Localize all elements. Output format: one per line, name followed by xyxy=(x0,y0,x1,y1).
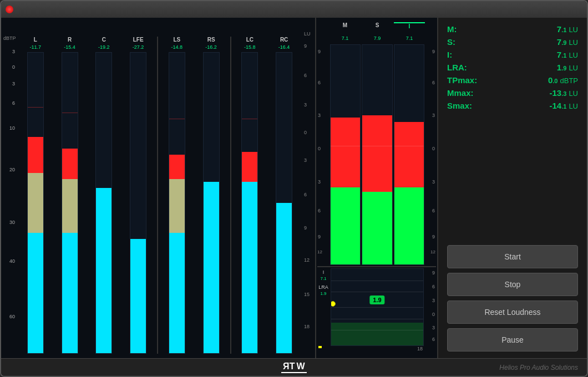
channel-C-label: C xyxy=(102,37,106,44)
lra-header: LRA xyxy=(318,284,328,290)
lu-9: 9 xyxy=(304,43,307,49)
i-lra-labels: I 7.1 LRA 1.9 xyxy=(317,268,330,346)
ms-meters-area: 9 6 3 0 3 6 9 12 xyxy=(317,44,436,265)
main-container: dBTP 3 0 3 6 10 20 30 40 60 xyxy=(0,0,588,377)
ms-M-header: M xyxy=(330,22,361,35)
stat-Mmax-unit: LU xyxy=(569,89,578,98)
ms-I-value: 7.1 xyxy=(394,35,425,44)
stat-TPmax-label: TPmax: xyxy=(447,75,480,85)
channel-LFE-meter xyxy=(130,52,146,354)
yellow-accent xyxy=(318,346,322,348)
ms-spacer xyxy=(317,22,330,35)
channel-R-label: R xyxy=(68,37,72,44)
rtw-logo: RTW xyxy=(281,361,306,373)
channel-L: L -11.7 xyxy=(19,37,52,354)
top-bar xyxy=(1,1,587,18)
stat-LRA-value: 1.9 xyxy=(539,63,566,72)
stat-TPmax-value: 0.0 xyxy=(530,75,557,85)
lu-6: 6 xyxy=(304,73,307,78)
stat-I-value: 7.1 xyxy=(539,50,566,59)
content-area: dBTP 3 0 3 6 10 20 30 40 60 xyxy=(1,18,587,358)
channel-RS-value: -16.2 xyxy=(205,44,217,52)
lu-6b: 6 xyxy=(304,192,307,197)
stat-LRA-label: LRA: xyxy=(447,63,480,72)
scale-10: 10 xyxy=(9,125,15,131)
lu-9b: 9 xyxy=(304,225,307,231)
scale-0: 0 xyxy=(12,64,15,70)
stat-M: M: 7.1 LU xyxy=(447,24,578,34)
stat-Smax-value: -14.1 xyxy=(539,101,566,110)
ms-section: M S I 7.1 7.9 7.1 9 xyxy=(315,18,437,358)
stat-M-value: 7.1 xyxy=(539,24,566,34)
i-lra-meter: 1.9 xyxy=(331,268,424,346)
lu-18-bottom: 18 xyxy=(417,346,423,356)
stat-M-unit: LU xyxy=(569,26,578,34)
ms-headers: M S I xyxy=(317,20,436,35)
stat-Smax-label: Smax: xyxy=(447,101,480,110)
channel-L-meter xyxy=(27,52,44,354)
ms-val-spacer xyxy=(317,35,330,44)
buttons-area: Start Stop Reset Loudness Pause xyxy=(447,245,578,351)
pause-button[interactable]: Pause xyxy=(447,328,578,351)
stat-Smax-unit: LU xyxy=(569,102,578,110)
separator-2 xyxy=(230,37,231,354)
stats-area: M: 7.1 LU S: 7.9 LU I: 7.1 xyxy=(447,24,578,241)
stat-S-unit: LU xyxy=(569,38,578,47)
channel-RS-label: RS xyxy=(207,37,215,44)
channel-R: R -15.4 xyxy=(53,37,87,354)
channel-LS-meter xyxy=(169,52,185,354)
stat-S-label: S: xyxy=(447,37,480,47)
meter-section: dBTP 3 0 3 6 10 20 30 40 60 xyxy=(1,18,315,358)
stat-I-label: I: xyxy=(447,50,480,59)
lra-indicator-dot xyxy=(331,301,336,307)
stat-LRA-unit: LU xyxy=(569,64,578,72)
channel-C-value: -19.2 xyxy=(98,44,110,52)
channel-RC-meter xyxy=(276,52,292,354)
stop-button[interactable]: Stop xyxy=(447,273,578,296)
red-dot xyxy=(6,6,13,13)
ms-right-scale: 9 6 3 0 3 6 9 12 xyxy=(425,44,436,265)
lu-15: 15 xyxy=(304,292,310,297)
dBTP-label: dBTP xyxy=(3,35,16,41)
lu-0: 0 xyxy=(304,130,307,135)
channel-RC: RC -16.4 xyxy=(267,37,301,354)
channel-LC-label: LC xyxy=(246,37,254,44)
channel-C-meter xyxy=(95,52,112,354)
start-button[interactable]: Start xyxy=(447,245,578,268)
ms-I-meter xyxy=(394,44,424,265)
channel-C: C -19.2 xyxy=(88,37,121,354)
stat-LRA: LRA: 1.9 LU xyxy=(447,63,578,72)
channel-LC-meter xyxy=(241,52,258,354)
stat-TPmax: TPmax: 0.0 dBTP xyxy=(447,75,578,85)
scale-6: 6 xyxy=(12,100,15,106)
scale-30: 30 xyxy=(9,220,15,225)
channel-LC-value: -15.8 xyxy=(244,44,256,52)
separator-1 xyxy=(157,37,158,354)
lra-bubble: 1.9 xyxy=(369,296,384,304)
reset-button[interactable]: Reset Loudness xyxy=(447,300,578,324)
lu-3: 3 xyxy=(304,102,307,108)
channel-L-label: L xyxy=(34,37,37,44)
ms-S-meter xyxy=(362,44,392,265)
ms-M-value: 7.1 xyxy=(330,35,361,44)
scale-3: 3 xyxy=(12,81,15,86)
stat-Mmax-label: Mmax: xyxy=(447,88,480,98)
stat-S-value: 7.9 xyxy=(539,37,566,47)
i-lra-right-scale: 9 6 3 0 3 6 xyxy=(425,268,436,346)
rtw-logo-area: RTW xyxy=(281,361,306,373)
i-val-display: 7.1 xyxy=(320,276,326,281)
stat-M-label: M: xyxy=(447,24,480,34)
channel-LS-label: LS xyxy=(173,37,180,44)
channel-R-meter xyxy=(62,52,78,354)
ms-I-header: I xyxy=(394,22,425,35)
channels-area: L -11.7 R -15.4 xyxy=(17,20,303,356)
lu-18: 18 xyxy=(304,324,310,329)
stats-panel: M: 7.1 LU S: 7.9 LU I: 7.1 xyxy=(437,18,587,358)
channel-LFE-label: LFE xyxy=(133,37,144,44)
ms-left-scale: 9 6 3 0 3 6 9 12 xyxy=(317,44,330,265)
stat-Mmax-value: -13.3 xyxy=(539,88,566,98)
right-scale-dBTP: LU 9 6 3 0 3 6 9 12 15 18 xyxy=(303,20,315,356)
lu-12: 12 xyxy=(304,257,310,263)
stat-I-unit: LU xyxy=(569,51,578,59)
channel-R-value: -15.4 xyxy=(64,44,75,52)
